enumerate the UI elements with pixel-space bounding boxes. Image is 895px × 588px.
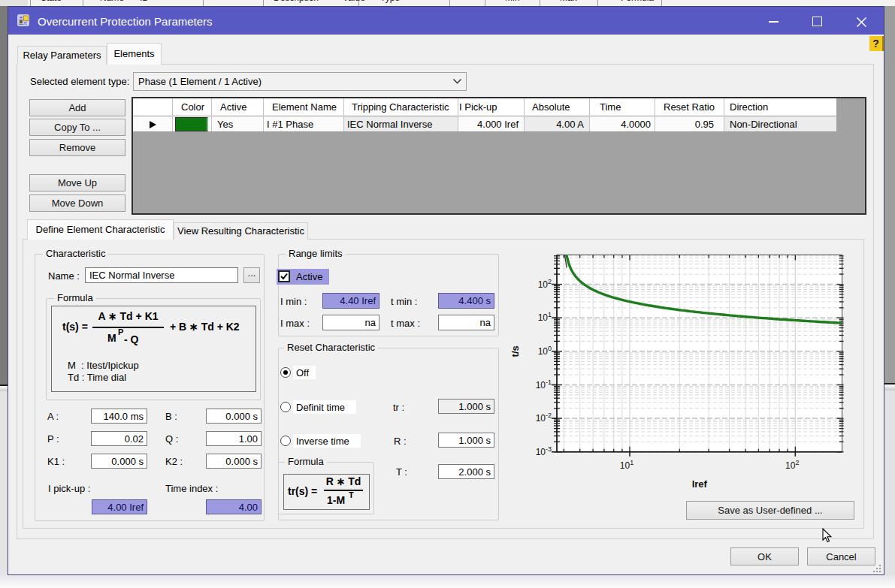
svg-text:10-2: 10-2 — [536, 412, 552, 424]
svg-text:t/s: t/s — [509, 345, 521, 357]
svg-text:102: 102 — [785, 459, 799, 471]
svg-text:10-1: 10-1 — [536, 378, 552, 390]
svg-text:100: 100 — [538, 345, 552, 357]
svg-text:Iref: Iref — [692, 478, 708, 490]
svg-text:101: 101 — [538, 311, 552, 323]
svg-text:101: 101 — [620, 459, 633, 471]
svg-text:10-3: 10-3 — [536, 445, 552, 457]
svg-text:102: 102 — [538, 278, 552, 290]
